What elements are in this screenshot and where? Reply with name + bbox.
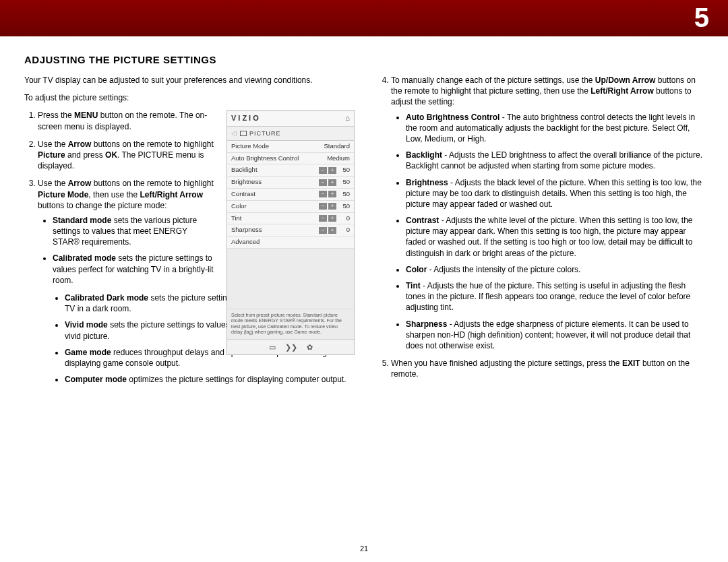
left-column: Your TV display can be adjusted to suit … [24,75,351,390]
picture-icon [240,131,247,136]
steps-list-left: Press the MENU button on the remote. The… [24,110,216,286]
setting-backlight: Backlight - Adjusts the LED brightness t… [406,150,704,171]
right-column: To manually change each of the picture s… [377,75,704,390]
mode-list-top: Standard mode sets the various picture s… [38,215,216,286]
step-5: When you have finished adjusting the pic… [391,358,704,379]
setting-color: Color - Adjusts the intensity of the pic… [406,264,704,275]
step-2: Use the Arrow buttons on the remote to h… [38,139,216,172]
page-number: 21 [0,544,728,553]
gear-icon: ✿ [307,342,313,352]
page-body: ADJUSTING THE PICTURE SETTINGS Your TV d… [0,36,728,390]
setting-brightness: Brightness - Adjusts the black level of … [406,177,704,210]
section-title: ADJUSTING THE PICTURE SETTINGS [24,54,704,65]
mode-standard: Standard mode sets the various picture s… [53,215,216,248]
intro-text: Your TV display can be adjusted to suit … [24,75,351,86]
setting-contrast: Contrast - Adjusts the white level of th… [406,215,704,259]
chapter-header: 5 [0,0,728,36]
mode-calibrated: Calibrated mode sets the picture setting… [53,253,216,286]
left-top-wrap: Press the MENU button on the remote. The… [24,110,351,286]
setting-abc: Auto Brightness Control - The auto brigh… [406,112,704,145]
settings-list: Auto Brightness Control - The auto brigh… [391,112,704,352]
setting-sharpness: Sharpness - Adjusts the edge sharpness o… [406,319,704,352]
setting-tint: Tint - Adjusts the hue of the picture. T… [406,280,704,313]
mode-computer: Computer mode optimizes the picture sett… [65,374,351,385]
osd-help-text: Select from preset picture modes. Standa… [227,309,354,339]
osd-screenshot: VIZIO ⌂ ◁ PICTURE Picture ModeStandard A… [226,110,355,355]
steps-list-right: To manually change each of the picture s… [377,75,704,380]
wide-icon: ▭ [269,342,276,352]
step-1: Press the MENU button on the remote. The… [38,110,216,131]
lead-in: To adjust the picture settings: [24,92,351,103]
chevron-down-icon: ❯❯ [285,342,297,352]
step-4: To manually change each of the picture s… [391,75,704,351]
chapter-number: 5 [694,3,709,33]
home-icon: ⌂ [345,113,350,123]
back-arrow-icon: ◁ [231,129,237,138]
step-3: Use the Arrow buttons on the remote to h… [38,178,216,286]
osd-brand: VIZIO [231,113,261,123]
osd-title: PICTURE [249,129,281,137]
